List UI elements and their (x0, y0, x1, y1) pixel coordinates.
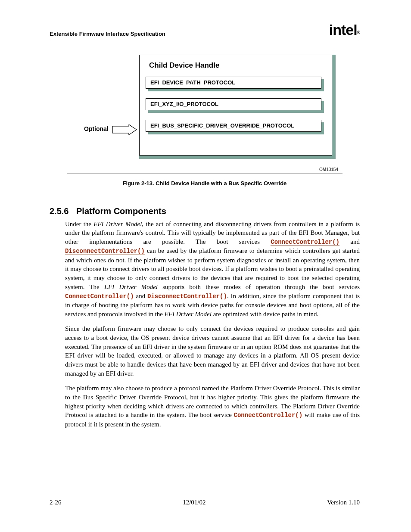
page-number: 2-26 (50, 499, 62, 506)
figure-caption: Figure 2-13. Child Device Handle with a … (50, 180, 360, 187)
code-link[interactable]: DisconnectController() (65, 248, 145, 255)
doc-title: Extensible Firmware Interface Specificat… (50, 31, 165, 37)
om-code: OM13154 (319, 167, 338, 172)
code-text: ConnectController() (65, 293, 134, 300)
section-number: 2.5.6 (50, 206, 76, 216)
child-device-handle-panel: Child Device Handle EFI_DEVICE_PATH_PROT… (139, 55, 332, 156)
protocol-label: EFI_XYZ_I/O_PROTOCOL (146, 98, 321, 110)
paragraph: The platform may also choose to produce … (65, 384, 360, 429)
emphasis: EFI Driver Model (165, 311, 212, 317)
protocol-label: EFI_DEVICE_PATH_PROTOCOL (146, 77, 321, 89)
panel-shadow: Child Device Handle EFI_DEVICE_PATH_PROT… (139, 55, 336, 159)
emphasis: EFI Driver Model (104, 283, 158, 290)
protocol-box: EFI_XYZ_I/O_PROTOCOL (146, 98, 326, 112)
paragraph: Since the platform firmware may choose t… (65, 324, 360, 378)
footer-date: 12/01/02 (183, 499, 206, 506)
intel-logo: intel® (329, 25, 360, 37)
section-heading: 2.5.6Platform Components (50, 206, 360, 216)
code-link[interactable]: ConnectController() (271, 239, 339, 246)
figure-2-13: Optional Child Device Handle EFI_DEVICE_… (67, 55, 342, 174)
arrow-icon (112, 124, 137, 135)
protocol-box: EFI_BUS_SPECIFIC_DRIVER_OVERRIDE_PROTOCO… (146, 120, 326, 134)
section-title: Platform Components (76, 206, 166, 216)
code-text: DisconnectController() (147, 293, 227, 300)
version-label: Version 1.10 (327, 499, 360, 506)
page-header: Extensible Firmware Interface Specificat… (50, 25, 360, 39)
code-text: ConnectController() (234, 412, 303, 419)
paragraph: Under the EFI Driver Model, the act of c… (65, 220, 360, 318)
body-text: Under the EFI Driver Model, the act of c… (65, 220, 360, 429)
panel-title: Child Device Handle (146, 55, 326, 74)
protocol-label: EFI_BUS_SPECIFIC_DRIVER_OVERRIDE_PROTOCO… (146, 120, 321, 132)
emphasis: EFI Driver Model (93, 221, 142, 227)
page-footer: 2-26 12/01/02 Version 1.10 (50, 499, 360, 506)
protocol-box: EFI_DEVICE_PATH_PROTOCOL (146, 77, 326, 90)
optional-label: Optional (84, 125, 109, 132)
